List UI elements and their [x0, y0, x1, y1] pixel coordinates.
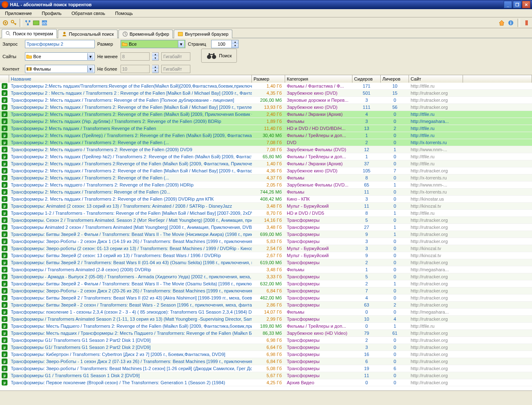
table-row[interactable]: µТрансформеры 2: Месть падших / Transfor… [0, 97, 532, 104]
table-row[interactable]: µТрансформеры G1/ Transformers G1 Season… [0, 344, 532, 351]
content-combo[interactable]: Фильмы ▾ [25, 65, 95, 73]
table-row[interactable]: µТрансформеры: Зверо-Роботы - 2 сезон Ди… [0, 238, 532, 245]
table-row[interactable]: µТрансформеры 2: Месть падших / Transfor… [0, 111, 532, 118]
table-row[interactable]: µТрансформеры: Битвы Зверей 2 / Transfor… [0, 259, 532, 266]
table-row[interactable]: µТрансформеры: Месть падших / Трансформе… [0, 330, 532, 337]
table-row[interactable]: µТрансформеры 2: Месть падшего / Transfo… [0, 146, 532, 153]
table-row[interactable]: µТрансформеры 2:Месть падших/Transformer… [0, 83, 532, 90]
row-size: 206,00 Мб [252, 97, 285, 104]
table-row[interactable]: µТрансформеры 2: Месть падших / Transfor… [0, 174, 532, 182]
table-row[interactable]: µТрансформеры 2: Месть падших / Transfor… [0, 167, 532, 174]
row-name: Трансформеры Animated 2 сезон / Transfor… [9, 224, 252, 231]
table-row[interactable]: µТрансформеры 2 Месть падших / Transform… [0, 125, 532, 132]
table-row[interactable]: µТрансформеры: поколение 1 - сезоны 2,3,… [0, 309, 532, 316]
row-leechers: 0 [381, 266, 409, 273]
table-row[interactable]: µТрансформеры 2: Месть падших (Трейлер) … [0, 132, 532, 139]
table-row[interactable]: µТрансформеры: Зверо-роботы / Transforme… [0, 365, 532, 372]
info-icon[interactable]: i [507, 19, 515, 27]
exit-icon[interactable] [523, 19, 530, 27]
table-row[interactable]: µТрансформеры - Армада - Выпуск 2 (05-08… [0, 273, 532, 280]
table-row[interactable]: µТрансформеры / Transformers Animated Se… [0, 316, 532, 323]
table-row[interactable]: µТрансформеры 2: Месть падших (Укр. дубл… [0, 118, 532, 125]
row-seeders: 3 [352, 238, 381, 245]
table-row[interactable]: µТрансформеры: Кибертрон / Transformers:… [0, 351, 532, 358]
pages-spinner[interactable]: ▴▾ [211, 40, 239, 48]
table-row[interactable]: µТрансформеры / Transformers Animated (2… [0, 266, 532, 273]
minimize-button[interactable]: _ [504, 1, 512, 8]
max-label: Не более [97, 66, 118, 71]
row-seeders: 2 [352, 259, 381, 266]
word-icon[interactable]: ab [41, 19, 48, 27]
row-seeders: 7 [352, 287, 381, 295]
table-row[interactable]: µТрансформеры: Зверо-Роботы - 2 сезон Ди… [0, 287, 532, 295]
col-name[interactable]: Название [9, 75, 252, 83]
torrent-icon: µ [0, 139, 9, 146]
table-row[interactable]: µТрансформеры. Сезон 2 / Transformers An… [0, 217, 532, 224]
tree-icon[interactable] [24, 19, 32, 27]
site-icon[interactable] [32, 19, 40, 27]
table-row[interactable]: µТрансформеры G1/ Transformers G1 Season… [0, 337, 532, 344]
menu-app[interactable]: Приложение [3, 10, 34, 17]
torrent-icon: µ [0, 224, 9, 231]
col-leechers[interactable]: Личеров [381, 75, 409, 83]
table-row[interactable]: µТрансформеры 2. Месть падших / Transfor… [0, 196, 532, 203]
spinner-down[interactable]: ▾ [232, 44, 238, 48]
table-row[interactable]: µТрансформеры G1 / Transformers G1 Seaso… [0, 372, 532, 379]
table-row[interactable]: µТрансформеры: Animated (2 сезон: 13 сер… [0, 203, 532, 210]
row-leechers: 0 [381, 358, 409, 365]
content-label: Контент [2, 66, 22, 71]
table-row[interactable]: µТрансформеры 2: Месть падших / Transfor… [0, 160, 532, 167]
row-seeders: 0 [352, 309, 381, 316]
table-row[interactable]: µТрансформеры 2: Месть падших / Transfor… [0, 104, 532, 111]
col-size[interactable]: Размер [252, 75, 285, 83]
table-row[interactable]: µТрансформеры: Битвы Зверей (2 сезон: 13… [0, 252, 532, 259]
table-row[interactable]: µТрансформеры: Битвы Зверей 2 - Фильм / … [0, 280, 532, 287]
table-row[interactable]: µТрансформеры 2: Месть падших / Transfor… [0, 189, 532, 196]
sites-combo[interactable]: Все ▾ [25, 52, 95, 61]
table-row[interactable]: µТрансформеры 2: Месть падших (Трейлер №… [0, 153, 532, 160]
query-input[interactable] [25, 40, 95, 48]
tab-personal-search[interactable]: Персональный поиск [58, 29, 118, 38]
col-seeders[interactable]: Сидеров [352, 75, 381, 83]
table-row[interactable]: µТрансформеры Animated 2 сезон / Transfo… [0, 224, 532, 231]
table-row[interactable]: µТрансформеры: Зверо-Роботы - 1 сезон Ди… [0, 358, 532, 365]
search-icon [5, 31, 11, 37]
table-row[interactable]: µТрансформеры 1-2 / Transformers - Trans… [0, 210, 532, 217]
pages-input[interactable] [211, 40, 232, 48]
row-leechers: 2 [381, 302, 409, 309]
gear-icon[interactable] [2, 19, 9, 27]
row-size: 189,80 Мб [252, 323, 285, 330]
maximize-button[interactable]: ❐ [513, 1, 521, 8]
table-row[interactable]: µТрансформеры: Битвы Зверей 2 - Фильм / … [0, 231, 532, 238]
search-button[interactable]: Поиск [201, 49, 237, 63]
tab-tracker-search[interactable]: Поиск по трекерам [2, 29, 57, 38]
col-site[interactable]: Сайт [409, 75, 463, 83]
col-category[interactable]: Категория [285, 75, 352, 83]
row-seeders: 3 [352, 118, 381, 125]
spinner-up[interactable]: ▴ [232, 40, 238, 44]
tab-browser[interactable]: Внутренний браузер [174, 29, 232, 38]
table-row[interactable]: µТрансформеры 2 : Месть падших / Transfo… [0, 90, 532, 97]
menu-profile[interactable]: Профиль [40, 10, 64, 17]
table-row[interactable]: µТрансформеры: Зверо-роботы (2 сезон: 01… [0, 245, 532, 252]
col-icon[interactable] [0, 75, 9, 83]
tab-temp-buffer[interactable]: Временный буфер [118, 29, 173, 38]
torrent-icon: µ [0, 125, 9, 132]
row-size: 1,40 Гб [252, 160, 285, 167]
size-combo[interactable]: Все ▾ [121, 40, 185, 48]
table-row[interactable]: µТрансформеры: Месть Падшего / Transform… [0, 323, 532, 330]
table-row[interactable]: µТрансформеры: Битвы Зверей - 2 сезон / … [0, 302, 532, 309]
table-row[interactable]: µТрансформеры 2: Месть падших / Transfor… [0, 139, 532, 146]
row-size: 2,05 Гб [252, 182, 285, 189]
torrent-icon: µ [0, 259, 9, 266]
row-category: Трансформеры [285, 273, 352, 280]
table-row[interactable]: µТрансформеры: Битвы Зверей 2 / Transfor… [0, 295, 532, 302]
key-icon[interactable] [10, 19, 17, 27]
menu-feedback[interactable]: Обратная связь [70, 10, 107, 17]
home-icon[interactable] [498, 19, 505, 27]
table-row[interactable]: µТрансформеры: Первое поколение (Второй … [0, 379, 532, 386]
row-category: Мульт - Буржуйский [285, 245, 352, 252]
menu-help[interactable]: Помощь [113, 10, 135, 17]
close-button[interactable]: ✕ [522, 1, 530, 8]
table-row[interactable]: µТрансформеры 2: Месть падшего / Transfo… [0, 182, 532, 189]
